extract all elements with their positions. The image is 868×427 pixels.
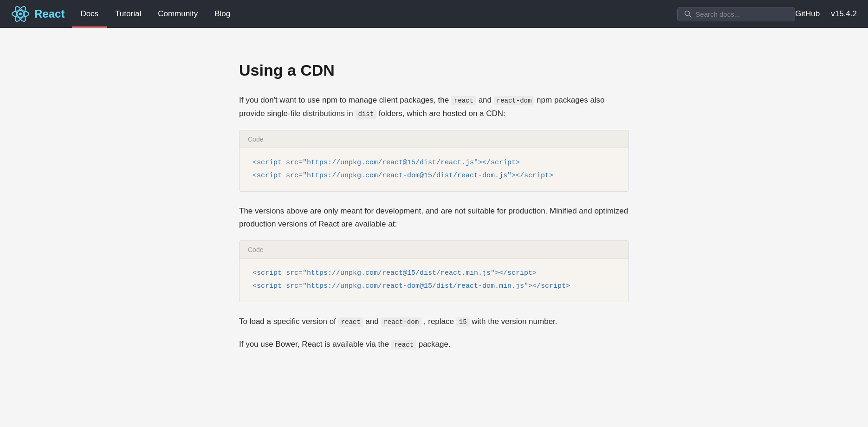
p1-and: and	[479, 96, 492, 104]
nav-link-docs[interactable]: Docs	[72, 0, 107, 28]
nav-link-tutorial[interactable]: Tutorial	[107, 0, 149, 28]
p3-code1: react	[338, 317, 363, 327]
p1-code2: react-dom	[494, 96, 535, 105]
svg-point-0	[19, 13, 22, 15]
paragraph-2: The versions above are only meant for de…	[239, 205, 629, 232]
nav-link-community[interactable]: Community	[149, 0, 206, 28]
code-label-1: Code	[240, 130, 628, 148]
code-line-1-2: <script src="https://unpkg.com/react-dom…	[253, 169, 615, 183]
code-inner-2: <script src="https://unpkg.com/react@15/…	[240, 259, 628, 302]
search-icon	[684, 10, 692, 18]
code-line-2-2: <script src="https://unpkg.com/react-dom…	[253, 280, 615, 293]
p4-code: react	[391, 340, 416, 349]
code-inner-1: <script src="https://unpkg.com/react@15/…	[240, 148, 628, 191]
search-input[interactable]	[695, 10, 788, 18]
svg-line-5	[689, 15, 692, 18]
code-line-2-1: <script src="https://unpkg.com/react@15/…	[253, 267, 615, 280]
p4-start: If you use Bower, React is available via…	[239, 340, 389, 349]
paragraph-4: If you use Bower, React is available via…	[239, 338, 629, 351]
github-link[interactable]: GitHub	[795, 7, 820, 20]
main-content: Using a CDN If you don't want to use npm…	[202, 28, 666, 383]
p3-mid2: , replace	[424, 317, 454, 326]
p1-text-start: If you don't want to use npm to manage c…	[239, 96, 449, 104]
p1-code3: dist	[355, 110, 376, 119]
navbar: React Docs Tutorial Community Blog GitHu…	[0, 0, 868, 28]
nav-right: GitHub v15.4.2	[795, 7, 857, 20]
paragraph-1: If you don't want to use npm to manage c…	[239, 94, 629, 121]
p3-and: and	[365, 317, 378, 326]
version-label: v15.4.2	[831, 7, 857, 20]
nav-link-blog[interactable]: Blog	[206, 0, 239, 28]
brand-link[interactable]: React	[11, 5, 65, 23]
p3-code2: react-dom	[381, 317, 421, 327]
code-block-2: Code <script src="https://unpkg.com/reac…	[239, 240, 629, 302]
nav-links: Docs Tutorial Community Blog	[72, 0, 674, 28]
search-box	[677, 7, 795, 21]
p4-end: package.	[419, 340, 451, 349]
page-title: Using a CDN	[239, 58, 629, 83]
code-block-1: Code <script src="https://unpkg.com/reac…	[239, 130, 629, 191]
p3-start: To load a specific version of	[239, 317, 336, 326]
code-line-1-1: <script src="https://unpkg.com/react@15/…	[253, 156, 615, 170]
code-label-2: Code	[240, 241, 628, 258]
p1-text-end2: folders, which are hosted on a CDN:	[379, 109, 505, 118]
brand-name: React	[34, 5, 65, 23]
p3-code3: 15	[456, 317, 470, 327]
react-logo-icon	[11, 5, 30, 23]
p3-end: with the version number.	[472, 317, 557, 326]
p1-code1: react	[451, 96, 476, 105]
paragraph-3: To load a specific version of react and …	[239, 315, 629, 329]
